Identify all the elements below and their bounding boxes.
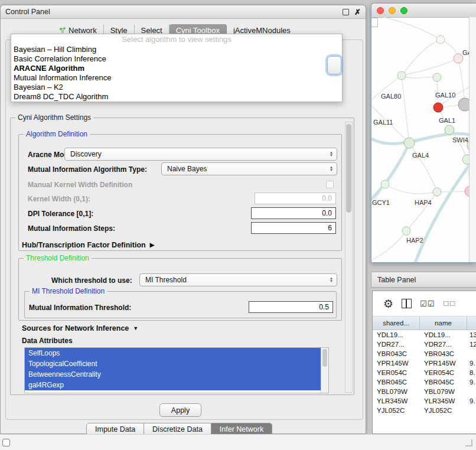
apply-button[interactable]: Apply — [159, 403, 201, 417]
network-window-titlebar[interactable] — [371, 4, 476, 18]
table-row[interactable]: YBR043CYBR043C — [373, 349, 476, 358]
algorithm-option[interactable]: Bayesian – Hill Climbing — [11, 45, 342, 54]
graph-node[interactable] — [433, 103, 443, 112]
graph-node[interactable] — [454, 54, 463, 63]
algorithm-popup-items: Bayesian – Hill ClimbingBasic Correlatio… — [11, 45, 342, 102]
graph-node[interactable] — [458, 98, 470, 111]
algorithm-combo-stepper[interactable] — [327, 56, 341, 74]
algorithm-option[interactable]: Mutual Information Inference — [11, 73, 342, 83]
graph-edge[interactable] — [371, 143, 409, 199]
graph-edge[interactable] — [402, 76, 409, 143]
table-cell: YDR27... — [373, 341, 420, 348]
network-canvas[interactable]: GAL80GAL10GAL11GAL1SWI4GAL4GCY1HAP4HAP2G… — [371, 17, 470, 263]
algorithm-option[interactable]: Bayesian – K2 — [11, 83, 342, 92]
data-attribute-item[interactable]: gal4RGexp — [25, 380, 321, 390]
graph-node-label: SWI4 — [452, 136, 468, 144]
field-value: 6 — [328, 224, 332, 232]
graph-node[interactable] — [433, 73, 441, 81]
graph-node[interactable] — [436, 35, 445, 44]
network-scrollbar[interactable] — [469, 17, 476, 262]
graph-node-label: GAL1 — [439, 117, 455, 124]
control-panel-titlebar[interactable]: Control Panel ✗ — [1, 5, 366, 19]
table-settings-gear-icon[interactable]: ⚙ — [383, 298, 393, 309]
manual-kernel-width-label: Manual Kernel Width Definition — [28, 181, 132, 189]
settings-scrollbar-thumb[interactable] — [346, 124, 351, 213]
graph-edge[interactable] — [415, 165, 470, 263]
expand-right-icon: ▶ — [150, 242, 155, 248]
graph-node[interactable] — [404, 138, 415, 148]
graph-edge[interactable] — [458, 58, 465, 105]
aracne-mode-combo[interactable]: Discovery ▲ ▼ — [64, 148, 337, 161]
graph-node[interactable] — [381, 180, 389, 188]
show-columns-icon[interactable] — [402, 299, 412, 308]
table-row[interactable]: YDR27...YDR27...12 — [373, 340, 476, 349]
table-row[interactable]: YLR345WYLR345W9. — [373, 396, 476, 406]
graph-edge[interactable] — [402, 76, 437, 78]
close-traffic-light[interactable] — [377, 7, 384, 14]
field-value: 0.0 — [322, 209, 332, 217]
table-cell: 12 — [467, 341, 476, 348]
list-scrollbar-thumb[interactable] — [322, 349, 327, 367]
mi-algorithm-type-label: Mutual Information Algorithm Type: — [28, 165, 147, 174]
mi-algorithm-type-combo[interactable]: Naive Bayes ▲ ▼ — [161, 162, 337, 175]
resize-grip-icon — [465, 439, 472, 446]
table-row[interactable]: YPR145WYPR145W9. — [373, 358, 476, 368]
zoom-traffic-light[interactable] — [400, 7, 407, 14]
graph-node-label: GCY1 — [372, 199, 390, 206]
graph-node-label: GAL11 — [373, 119, 393, 126]
graph-edge[interactable] — [402, 40, 441, 76]
combo-down-arrow-icon: ▼ — [330, 154, 333, 157]
float-window-icon[interactable] — [343, 9, 349, 15]
graph-edge[interactable] — [409, 143, 437, 192]
algorithm-option[interactable]: Basic Correlation Inference — [11, 54, 342, 64]
combo-value: MI Threshold — [145, 276, 187, 284]
deselect-all-columns-icon[interactable]: ☐☐ — [443, 300, 456, 308]
mi-threshold-field[interactable]: 0.5 — [249, 301, 333, 313]
sources-header[interactable]: Sources for Network Inference ▼ — [22, 324, 138, 332]
table-cell: YDL19... — [420, 331, 467, 338]
graph-node[interactable] — [397, 71, 406, 80]
table-toolbar: ⚙ ☑☑ ☐☐ — [373, 291, 476, 317]
select-all-columns-icon[interactable]: ☑☑ — [420, 299, 435, 308]
which-threshold-combo[interactable]: MI Threshold ▲ ▼ — [139, 273, 337, 286]
combo-arrows-icon: ▲ ▼ — [326, 151, 337, 157]
table-panel-titlebar[interactable]: Table Panel — [371, 272, 476, 288]
column-header-extra[interactable] — [467, 317, 476, 330]
data-attribute-item[interactable]: SelfLoops — [25, 348, 321, 358]
table-cell: YJL052C — [420, 407, 467, 414]
table-row[interactable]: YBL079WYBL079W — [373, 387, 476, 396]
network-tab-icon — [59, 27, 66, 34]
graph-node-label: GAL80 — [381, 93, 401, 100]
panel-toggle-icon[interactable] — [2, 439, 10, 446]
network-scrollbar-box[interactable] — [371, 18, 378, 27]
minimize-traffic-light[interactable] — [389, 7, 396, 14]
table-row[interactable]: YDL19...YDL19...13 — [373, 330, 476, 340]
graph-node[interactable] — [433, 188, 441, 196]
column-header-shared-name[interactable]: shared... — [373, 317, 420, 330]
algorithm-option[interactable]: Dream8 DC_TDC Algorithm — [11, 92, 342, 102]
manual-kernel-width-checkbox — [326, 181, 334, 188]
table-header-row: shared... name — [373, 317, 476, 330]
table-row[interactable]: YER054CYER054C8. — [373, 368, 476, 377]
mi-threshold-group-title: MI Threshold Definition — [30, 287, 107, 295]
graph-node[interactable] — [402, 227, 410, 235]
table-row[interactable]: YJL052CYJL052C — [373, 406, 476, 415]
hub-definition-header[interactable]: Hub/Transcription Factor Definition ▶ — [22, 241, 154, 249]
graph-edge[interactable] — [385, 184, 437, 194]
settings-scrollbar[interactable] — [345, 122, 353, 393]
table-cell: YER054C — [373, 369, 420, 376]
algorithm-option[interactable]: ARACNE Algorithm — [11, 64, 342, 73]
graph-edge[interactable] — [402, 58, 458, 76]
list-scrollbar[interactable] — [321, 348, 328, 393]
close-icon[interactable]: ✗ — [354, 8, 361, 16]
table-cell: YBL079W — [420, 388, 467, 395]
graph-node[interactable] — [445, 125, 454, 135]
table-row[interactable]: YBR045CYBR045C9. — [373, 377, 476, 387]
data-attribute-item[interactable]: BetweennessCentrality — [25, 369, 321, 380]
data-attribute-item[interactable]: TopologicalCoefficient — [25, 358, 321, 369]
mi-steps-field[interactable]: 6 — [251, 222, 336, 234]
dpi-tolerance-field[interactable]: 0.0 — [251, 207, 336, 219]
graph-edge[interactable] — [383, 17, 441, 40]
column-header-name[interactable]: name — [420, 317, 467, 330]
graph-edge[interactable] — [371, 231, 406, 260]
